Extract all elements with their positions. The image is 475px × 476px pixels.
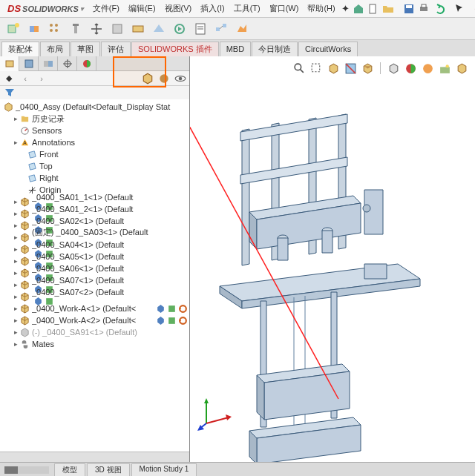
bom-icon[interactable] — [191, 20, 209, 38]
tab-sketch[interactable]: 草图 — [71, 42, 100, 56]
expand-icon[interactable]: ▸ — [12, 245, 19, 253]
tab-3dview[interactable]: 3D 视图 — [87, 463, 130, 477]
tree-part-item[interactable]: ▸ _0400_Work-A<2> (Default< — [3, 314, 189, 326]
tab-addins[interactable]: SOLIDWORKS 插件 — [131, 42, 219, 56]
chevron-down-icon[interactable]: ▾ — [80, 5, 84, 13]
tab-today[interactable]: 今日制造 — [252, 42, 298, 56]
expand-icon[interactable]: ▸ — [12, 269, 19, 277]
ref-geom-icon[interactable] — [150, 20, 168, 38]
fm-tab-config[interactable] — [39, 56, 58, 71]
trail-icon[interactable] — [156, 304, 166, 314]
expand-icon[interactable]: ▸ — [12, 222, 19, 229]
zoom-area-icon[interactable] — [309, 61, 324, 76]
tab-evaluate[interactable]: 评估 — [101, 42, 131, 56]
menu-window[interactable]: 窗口(W) — [265, 1, 304, 16]
fm-cube-icon[interactable] — [142, 73, 154, 85]
new-motion-icon[interactable] — [171, 20, 189, 38]
open-icon[interactable] — [382, 2, 394, 16]
insert-component-icon[interactable] — [4, 20, 22, 38]
expand-icon[interactable]: ▸ — [12, 340, 19, 348]
print-icon[interactable] — [418, 2, 430, 16]
smart-fastener-icon[interactable] — [67, 20, 85, 38]
section-icon[interactable] — [343, 61, 358, 76]
view-orient-icon[interactable] — [360, 61, 375, 76]
assembly-feat-icon[interactable] — [129, 20, 147, 38]
funnel-icon[interactable] — [4, 87, 15, 98]
trail-icon[interactable] — [167, 316, 177, 325]
trail-icon[interactable] — [178, 316, 188, 325]
tab-layout[interactable]: 布局 — [40, 42, 70, 56]
expand-icon[interactable]: ▸ — [12, 234, 19, 241]
tab-assembly[interactable]: 装配体 — [1, 42, 39, 56]
tab-model[interactable]: 模型 — [54, 463, 85, 477]
expand-icon[interactable]: ▸ — [12, 305, 19, 312]
select-icon[interactable] — [453, 2, 465, 16]
tree-item[interactable]: Right — [3, 172, 189, 184]
menu-help[interactable]: 帮助(H) — [303, 1, 339, 16]
expand-icon[interactable]: ▸ — [12, 198, 19, 205]
tree-suppressed-item[interactable]: ▸ (-) _0400_SA91<1> (Default) — [3, 326, 189, 338]
expand-icon[interactable]: ▸ — [12, 257, 19, 265]
prev-view-icon[interactable] — [326, 61, 341, 76]
save-icon[interactable] — [403, 2, 415, 16]
zoom-fit-icon[interactable] — [292, 61, 307, 76]
trail-icon[interactable] — [156, 316, 166, 325]
tab-motionstudy[interactable]: Motion Study 1 — [131, 463, 197, 477]
trail-icon[interactable] — [178, 304, 188, 314]
menu-edit[interactable]: 编辑(E) — [124, 1, 160, 16]
expand-icon[interactable]: ▸ — [12, 210, 19, 217]
expand-icon[interactable]: ▸ — [12, 317, 19, 324]
tree-item[interactable]: ▸ A Annotations — [3, 136, 189, 148]
menu-insert[interactable]: 插入(I) — [196, 1, 229, 16]
orientation-triad[interactable] — [197, 395, 235, 432]
exploded-icon[interactable] — [212, 20, 230, 38]
expand-icon[interactable]: ▸ — [12, 328, 19, 336]
tree-item[interactable]: ▸ 历史记录 — [3, 113, 189, 125]
tree-mates[interactable]: ▸ Mates — [3, 338, 189, 350]
fm-tab-display[interactable] — [77, 56, 96, 71]
tree-item[interactable]: Top — [3, 160, 189, 172]
view-settings-icon[interactable] — [454, 61, 469, 76]
home-icon[interactable] — [353, 2, 364, 16]
timeline-scrub[interactable] — [4, 466, 49, 474]
horizontal-scrollbar[interactable] — [0, 452, 189, 462]
menu-tools[interactable]: 工具(T) — [229, 1, 265, 16]
tree-item[interactable]: Sensors — [3, 125, 189, 136]
fm-tab-property[interactable] — [19, 56, 39, 71]
move-icon[interactable] — [88, 20, 105, 38]
expand-icon[interactable]: ▸ — [12, 115, 19, 122]
mate-icon[interactable] — [25, 20, 43, 38]
fm-cube2-icon[interactable] — [158, 73, 170, 85]
instant3d-icon[interactable] — [233, 20, 251, 38]
tree-root[interactable]: _0400_Assy (Default<Default_Display Stat — [3, 101, 189, 113]
pattern-icon[interactable] — [46, 20, 64, 38]
expand-icon[interactable]: ▸ — [12, 281, 19, 288]
display-style-icon[interactable] — [386, 61, 401, 76]
menu-file[interactable]: 文件(F) — [88, 1, 124, 16]
fm-tab-dim[interactable] — [58, 56, 77, 71]
fm-nav-right-icon[interactable]: › — [36, 73, 48, 85]
fm-filter-bar — [0, 86, 189, 99]
appearance-icon[interactable] — [420, 61, 435, 76]
tab-mbd[interactable]: MBD — [220, 42, 251, 56]
hide-show-icon[interactable] — [403, 61, 418, 76]
show-hidden-icon[interactable] — [108, 20, 126, 38]
scene-icon[interactable] — [437, 61, 452, 76]
undo-icon[interactable] — [433, 2, 445, 16]
expand-icon[interactable]: ▸ — [12, 139, 19, 146]
fm-eye-icon[interactable] — [174, 73, 186, 85]
fm-tab-tree[interactable] — [0, 56, 19, 71]
graphics-viewport[interactable] — [190, 56, 475, 462]
tree-part-item[interactable]: ▸ _0400_SA07<2> (Default — [3, 291, 189, 303]
fm-nav-left-icon[interactable]: ‹ — [19, 73, 31, 85]
fm-back-icon[interactable]: ◆ — [3, 73, 15, 85]
tree-item[interactable]: Front — [3, 148, 189, 160]
expand-icon[interactable]: ▸ — [12, 293, 19, 300]
menu-view[interactable]: 视图(V) — [160, 1, 197, 16]
dropdown-icon[interactable]: ✦ — [341, 2, 350, 16]
new-icon[interactable] — [367, 2, 379, 16]
tab-circuitworks[interactable]: CircuitWorks — [298, 42, 358, 56]
tree-part-item[interactable]: ▸ _0400_Work-A<1> (Default< — [3, 303, 189, 314]
trail-icon[interactable] — [167, 304, 177, 314]
feature-tree[interactable]: _0400_Assy (Default<Default_Display Stat… — [0, 99, 189, 452]
